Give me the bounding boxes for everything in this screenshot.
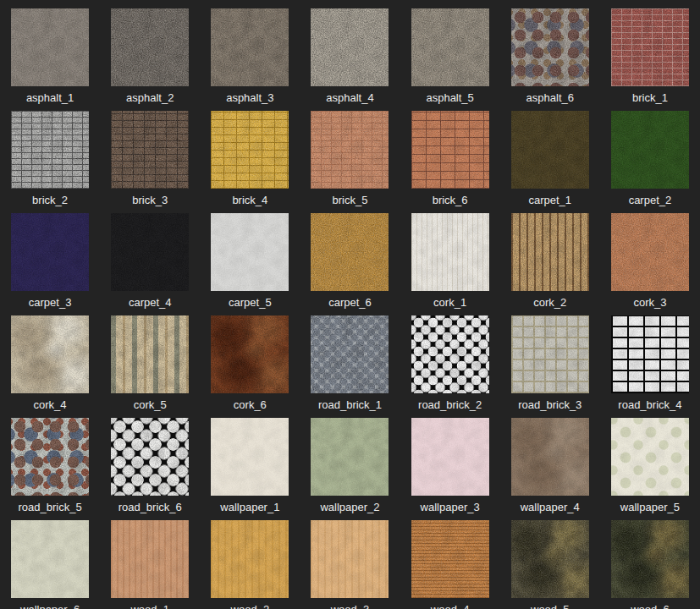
texture-label: road_brick_5: [18, 501, 81, 513]
texture-cell-cork_2[interactable]: cork_2: [500, 206, 600, 309]
texture-thumbnail[interactable]: [611, 520, 689, 598]
texture-noise-overlay: [611, 520, 689, 598]
texture-thumbnail[interactable]: [611, 8, 689, 86]
texture-thumbnail[interactable]: [411, 213, 489, 291]
texture-label: wallpaper_5: [620, 501, 680, 513]
texture-noise-overlay: [611, 418, 689, 496]
texture-thumbnail[interactable]: [511, 111, 589, 189]
texture-cell-wallpaper_1[interactable]: wallpaper_1: [200, 411, 300, 513]
texture-cell-road_brick_5[interactable]: road_brick_5: [0, 411, 100, 513]
texture-noise-overlay: [411, 8, 489, 86]
texture-cell-brick_1[interactable]: brick_1: [600, 2, 700, 104]
texture-thumbnail[interactable]: [411, 520, 489, 598]
texture-thumbnail[interactable]: [111, 418, 189, 496]
texture-cell-road_brick_4[interactable]: road_brick_4: [600, 309, 700, 411]
texture-label: wood_3: [331, 603, 370, 609]
texture-cell-asphalt_4[interactable]: asphalt_4: [300, 2, 400, 104]
texture-cell-road_brick_3[interactable]: road_brick_3: [500, 309, 600, 411]
texture-noise-overlay: [211, 8, 289, 86]
texture-cell-asphalt_5[interactable]: asphalt_5: [400, 2, 500, 104]
texture-thumbnail[interactable]: [611, 315, 689, 393]
texture-cell-wood_1[interactable]: wood_1: [100, 513, 200, 609]
texture-cell-cork_3[interactable]: cork_3: [600, 206, 700, 309]
texture-noise-overlay: [311, 418, 389, 496]
texture-cell-wallpaper_6[interactable]: wallpaper_6: [0, 513, 100, 609]
texture-cell-wallpaper_2[interactable]: wallpaper_2: [300, 411, 400, 513]
texture-thumbnail[interactable]: [611, 213, 689, 291]
texture-thumbnail[interactable]: [11, 213, 89, 291]
texture-cell-cork_6[interactable]: cork_6: [200, 309, 300, 411]
texture-thumbnail[interactable]: [511, 315, 589, 393]
texture-noise-overlay: [211, 111, 289, 189]
texture-thumbnail[interactable]: [11, 520, 89, 598]
texture-cell-asphalt_6[interactable]: asphalt_6: [500, 2, 600, 104]
texture-thumbnail[interactable]: [511, 418, 589, 496]
texture-thumbnail[interactable]: [311, 315, 389, 393]
texture-cell-brick_4[interactable]: brick_4: [200, 104, 300, 206]
texture-thumbnail[interactable]: [11, 418, 89, 496]
texture-thumbnail[interactable]: [311, 520, 389, 598]
texture-thumbnail[interactable]: [111, 111, 189, 189]
texture-cell-wood_5[interactable]: wood_5: [500, 513, 600, 609]
texture-cell-carpet_2[interactable]: carpet_2: [600, 104, 700, 206]
texture-cell-wood_6[interactable]: wood_6: [600, 513, 700, 609]
texture-cell-road_brick_2[interactable]: road_brick_2: [400, 309, 500, 411]
texture-thumbnail[interactable]: [311, 111, 389, 189]
texture-cell-wallpaper_4[interactable]: wallpaper_4: [500, 411, 600, 513]
texture-thumbnail[interactable]: [411, 315, 489, 393]
texture-cell-brick_2[interactable]: brick_2: [0, 104, 100, 206]
texture-label: brick_5: [333, 194, 368, 206]
texture-label: carpet_5: [229, 296, 272, 309]
texture-thumbnail[interactable]: [111, 213, 189, 291]
texture-noise-overlay: [411, 418, 489, 496]
texture-thumbnail[interactable]: [211, 8, 289, 86]
texture-noise-overlay: [111, 315, 189, 393]
texture-thumbnail[interactable]: [11, 315, 89, 393]
texture-cell-road_brick_6[interactable]: road_brick_6: [100, 411, 200, 513]
texture-thumbnail[interactable]: [311, 8, 389, 86]
texture-thumbnail[interactable]: [511, 520, 589, 598]
texture-cell-carpet_1[interactable]: carpet_1: [500, 104, 600, 206]
texture-cell-brick_3[interactable]: brick_3: [100, 104, 200, 206]
texture-cell-cork_1[interactable]: cork_1: [400, 206, 500, 309]
texture-label: asphalt_5: [426, 91, 473, 104]
texture-cell-carpet_4[interactable]: carpet_4: [100, 206, 200, 309]
texture-thumbnail[interactable]: [11, 111, 89, 189]
texture-thumbnail[interactable]: [211, 418, 289, 496]
texture-cell-brick_5[interactable]: brick_5: [300, 104, 400, 206]
texture-thumbnail[interactable]: [411, 418, 489, 496]
texture-cell-wood_4[interactable]: wood_4: [400, 513, 500, 609]
texture-cell-cork_4[interactable]: cork_4: [0, 309, 100, 411]
texture-cell-carpet_6[interactable]: carpet_6: [300, 206, 400, 309]
texture-thumbnail[interactable]: [311, 213, 389, 291]
texture-thumbnail[interactable]: [611, 111, 689, 189]
texture-thumbnail[interactable]: [111, 8, 189, 86]
texture-thumbnail[interactable]: [111, 520, 189, 598]
texture-thumbnail[interactable]: [411, 8, 489, 86]
texture-cell-asphalt_3[interactable]: asphalt_3: [200, 2, 300, 104]
texture-thumbnail[interactable]: [211, 315, 289, 393]
texture-label: cork_3: [633, 296, 666, 309]
texture-thumbnail[interactable]: [211, 520, 289, 598]
texture-cell-wood_2[interactable]: wood_2: [200, 513, 300, 609]
texture-thumbnail[interactable]: [111, 315, 189, 393]
texture-label: wallpaper_2: [320, 501, 379, 513]
texture-cell-wallpaper_5[interactable]: wallpaper_5: [600, 411, 700, 513]
texture-cell-brick_6[interactable]: brick_6: [400, 104, 500, 206]
texture-cell-wood_3[interactable]: wood_3: [300, 513, 400, 609]
texture-cell-asphalt_2[interactable]: asphalt_2: [100, 2, 200, 104]
texture-thumbnail[interactable]: [211, 111, 289, 189]
texture-thumbnail[interactable]: [411, 111, 489, 189]
texture-cell-road_brick_1[interactable]: road_brick_1: [300, 309, 400, 411]
texture-cell-cork_5[interactable]: cork_5: [100, 309, 200, 411]
texture-thumbnail[interactable]: [611, 418, 689, 496]
texture-cell-wallpaper_3[interactable]: wallpaper_3: [400, 411, 500, 513]
texture-thumbnail[interactable]: [11, 8, 89, 86]
texture-thumbnail[interactable]: [211, 213, 289, 291]
texture-cell-asphalt_1[interactable]: asphalt_1: [0, 2, 100, 104]
texture-thumbnail[interactable]: [311, 418, 389, 496]
texture-cell-carpet_3[interactable]: carpet_3: [0, 206, 100, 309]
texture-cell-carpet_5[interactable]: carpet_5: [200, 206, 300, 309]
texture-thumbnail[interactable]: [511, 213, 589, 291]
texture-thumbnail[interactable]: [511, 8, 589, 86]
